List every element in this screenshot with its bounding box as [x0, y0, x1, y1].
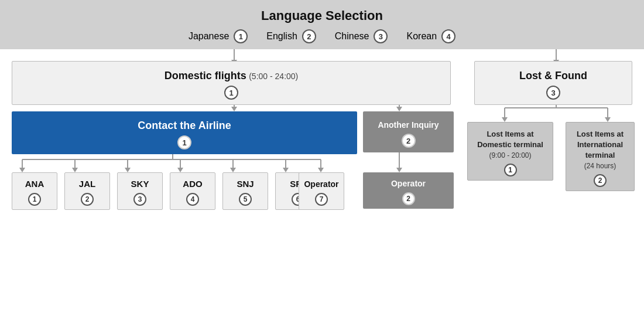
lost-domestic-badge: 1	[504, 164, 517, 176]
lost-domestic-title: Lost Items at Domestic terminal	[477, 130, 543, 149]
jal-label: JAL	[79, 179, 95, 189]
svg-marker-25	[396, 168, 402, 172]
ana-label: ANA	[25, 179, 44, 189]
svg-marker-31	[605, 117, 611, 122]
lang-chinese[interactable]: Chinese 3	[335, 29, 388, 43]
domestic-flights-box[interactable]: Domestic flights (5:00 - 24:00) 1	[12, 61, 451, 105]
lang-japanese-badge: 1	[234, 29, 248, 43]
operator-airline-label: Operator	[304, 179, 338, 189]
svg-marker-5	[231, 107, 237, 111]
contact-title: Contact the Airline	[138, 120, 231, 131]
domestic-title: Domestic flights	[165, 70, 246, 81]
contact-airline-box[interactable]: Contact the Airline 1	[12, 111, 357, 154]
lang-japanese-label: Japanese	[189, 31, 229, 42]
lost-found-badge: 3	[546, 86, 560, 100]
lang-english-badge: 2	[302, 29, 316, 43]
svg-marker-7	[396, 107, 402, 111]
svg-marker-17	[177, 168, 183, 172]
jal-badge: 2	[81, 193, 94, 206]
ado-badge: 4	[186, 193, 199, 206]
contact-badge: 1	[177, 135, 191, 149]
svg-marker-13	[72, 168, 78, 172]
another-inquiry-title: Another Inquiry	[378, 120, 439, 130]
lost-international-badge: 2	[594, 174, 607, 187]
language-options: Japanese 1 English 2 Chinese 3 Korean 4	[0, 29, 644, 43]
lost-domestic-subtitle: (9:00 - 20:00)	[489, 151, 531, 159]
diagram-area: Domestic flights (5:00 - 24:00) 1 Lost &…	[0, 49, 644, 312]
airline-sky[interactable]: SKY 3	[117, 172, 163, 210]
svg-marker-21	[283, 168, 289, 172]
svg-marker-29	[502, 117, 508, 122]
snj-badge: 5	[239, 193, 252, 206]
header: Language Selection Japanese 1 English 2 …	[0, 0, 644, 49]
operator-inquiry-box[interactable]: Operator 2	[363, 172, 454, 209]
snj-label: SNJ	[237, 179, 254, 189]
page-wrapper: Language Selection Japanese 1 English 2 …	[0, 0, 644, 316]
page-title: Language Selection	[0, 8, 644, 23]
operator-airline-badge: 7	[315, 193, 328, 206]
ado-label: ADO	[183, 179, 202, 189]
airline-operator[interactable]: Operator 7	[299, 172, 344, 210]
lost-items-international[interactable]: Lost Items at International terminal (24…	[566, 122, 635, 191]
svg-marker-15	[125, 168, 131, 172]
ana-badge: 1	[28, 193, 41, 206]
airline-snj[interactable]: SNJ 5	[222, 172, 268, 210]
lang-korean-label: Korean	[406, 31, 437, 42]
operator-inquiry-label: Operator	[391, 179, 426, 188]
sky-label: SKY	[131, 179, 149, 189]
lang-english-label: English	[266, 31, 297, 42]
lang-japanese[interactable]: Japanese 1	[189, 29, 248, 43]
sky-badge: 3	[133, 193, 146, 206]
lang-english[interactable]: English 2	[266, 29, 316, 43]
lang-chinese-label: Chinese	[335, 31, 369, 42]
another-inquiry-badge: 2	[402, 134, 416, 148]
lang-chinese-badge: 3	[374, 29, 388, 43]
airline-jal[interactable]: JAL 2	[64, 172, 110, 210]
svg-marker-19	[230, 168, 236, 172]
lost-international-title: Lost Items at International terminal	[577, 130, 624, 159]
domestic-badge: 1	[224, 86, 238, 100]
svg-marker-11	[19, 168, 25, 172]
lost-international-subtitle: (24 hours)	[584, 162, 616, 170]
airline-ado[interactable]: ADO 4	[170, 172, 215, 210]
lost-found-title: Lost & Found	[519, 70, 587, 81]
lang-korean[interactable]: Korean 4	[406, 29, 455, 43]
operator-inquiry-badge: 2	[402, 192, 415, 205]
lang-korean-badge: 4	[441, 29, 455, 43]
lost-found-box[interactable]: Lost & Found 3	[474, 61, 632, 105]
airline-ana[interactable]: ANA 1	[12, 172, 57, 210]
lost-items-domestic[interactable]: Lost Items at Domestic terminal (9:00 - …	[467, 122, 553, 181]
another-inquiry-box[interactable]: Another Inquiry 2	[363, 111, 454, 152]
svg-marker-23	[318, 168, 324, 172]
domestic-subtitle: (5:00 - 24:00)	[249, 72, 298, 81]
